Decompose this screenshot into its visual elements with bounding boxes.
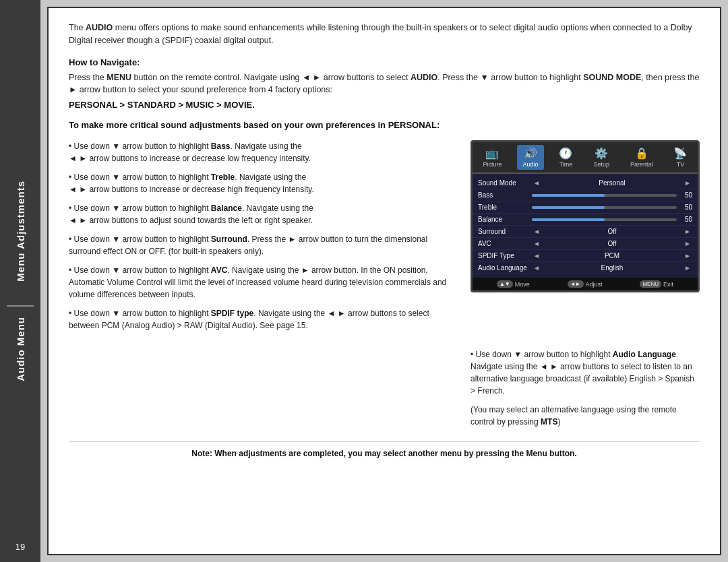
tv-num-balance: 50 (679, 216, 692, 223)
tv-slider-fill-bass (532, 194, 605, 197)
note-bottom: Note: When adjustments are completed, yo… (69, 441, 700, 458)
tv-nav-setup-label: Setup (593, 161, 609, 168)
tv-value-spdif: PCM (541, 252, 683, 259)
tv-nav-parental-label: Parental (630, 161, 653, 168)
navigate-text: Press the MENU button on the remote cont… (69, 71, 700, 97)
bullet-balance: • Use down ▼ arrow button to highlight B… (69, 202, 457, 226)
tv-btn-move: ▲▼ (497, 280, 513, 288)
sidebar-label-top: Menu Adjustments (15, 181, 26, 282)
tv-value-sound-mode: Personal (541, 179, 683, 187)
audio-icon: 🔊 (524, 147, 537, 160)
tv-arrow-right-sound: ► (684, 179, 691, 187)
tv-bottom-move-label: Move (515, 281, 530, 288)
tv-slider-bar-bass (532, 194, 677, 197)
parental-icon: 🔒 (635, 147, 648, 160)
tv-label-sound-mode: Sound Mode (478, 179, 532, 187)
tv-bottom-exit: MENU Exit (640, 280, 673, 288)
how-to-navigate-heading: How to Navigate: (69, 57, 700, 67)
tv-bottom-adjust-label: Adjust (586, 281, 603, 288)
tv-arrow-left-surround: ◄ (533, 228, 540, 235)
tv-label-spdif: SPDIF Type (478, 252, 532, 259)
tv-top-nav: 📺 Picture 🔊 Audio 🕐 Time ⚙️ Setup (473, 142, 698, 174)
tv-row-treble: Treble 50 (473, 201, 698, 214)
tv-bottom-exit-label: Exit (663, 281, 673, 288)
tv-slider-bass: 50 (532, 191, 692, 199)
bullet-spdif: • Use down ▼ arrow button to highlight S… (69, 307, 457, 332)
main-content: The AUDIO menu offers options to make so… (47, 7, 721, 555)
tv-row-surround: Surround ◄ Off ► (473, 226, 698, 238)
tv-num-bass: 50 (679, 191, 692, 199)
tv-label-surround: Surround (478, 228, 532, 235)
tv-bottom-adjust: ◄► Adjust (568, 280, 603, 288)
tv-arrow-left-avc: ◄ (533, 240, 540, 247)
tv-row-spdif: SPDIF Type ◄ PCM ► (473, 250, 698, 262)
bullet-bass: • Use down ▼ arrow button to highlight B… (69, 140, 457, 164)
tv-label-treble: Treble (478, 204, 532, 211)
tv-nav-parental: 🔒 Parental (625, 145, 659, 170)
tv-label-balance: Balance (478, 216, 532, 223)
tv-bottom-move: ▲▼ Move (497, 280, 530, 288)
tv-arrow-left-lang: ◄ (533, 264, 540, 272)
tv-slider-treble: 50 (532, 204, 692, 211)
tv-nav-tv-label: TV (677, 161, 685, 168)
bottom-left (69, 348, 457, 435)
tv-arrow-right-surround: ► (684, 228, 691, 235)
bottom-two-col: • Use down ▼ arrow button to highlight A… (69, 348, 700, 435)
tv-screenshot: 📺 Picture 🔊 Audio 🕐 Time ⚙️ Setup (471, 140, 700, 292)
right-column: 📺 Picture 🔊 Audio 🕐 Time ⚙️ Setup (471, 140, 700, 338)
tv-menu-body: Sound Mode ◄ Personal ► Bass 50 (473, 174, 698, 278)
tv-value-avc: Off (541, 240, 683, 247)
tv-label-avc: AVC (478, 240, 532, 247)
tv-row-avc: AVC ◄ Off ► (473, 238, 698, 250)
section-header: To make more critical sound adjustments … (69, 120, 700, 130)
bullet-treble: • Use down ▼ arrow button to highlight T… (69, 171, 457, 195)
bullet-mts: (You may select an alternative language … (471, 404, 700, 428)
left-column: • Use down ▼ arrow button to highlight B… (69, 140, 457, 338)
sidebar-divider (7, 305, 34, 307)
tv-label-bass: Bass (478, 191, 532, 199)
bullet-surround: • Use down ▼ arrow button to highlight S… (69, 233, 457, 257)
two-column-layout: • Use down ▼ arrow button to highlight B… (69, 140, 700, 338)
tv-nav-time-label: Time (559, 161, 573, 168)
picture-icon: 📺 (485, 147, 499, 160)
sidebar-label-bottom: Audio Menu (15, 317, 26, 381)
tv-nav-audio-label: Audio (522, 161, 538, 168)
tv-nav-picture: 📺 Picture (477, 145, 507, 170)
tv-nav-time: 🕐 Time (553, 145, 578, 170)
bullet-avc: • Use down ▼ arrow button to highlight A… (69, 264, 457, 301)
tv-slider-bar-balance (532, 218, 677, 221)
sidebar: Menu Adjustments Audio Menu 19 (0, 0, 40, 562)
tv-nav-setup: ⚙️ Setup (588, 145, 615, 170)
tv-row-bass: Bass 50 (473, 189, 698, 201)
tv-nav-picture-label: Picture (483, 161, 502, 168)
tv-row-sound-mode: Sound Mode ◄ Personal ► (473, 177, 698, 189)
tv-btn-exit: MENU (640, 280, 661, 288)
tv-arrow-right-spdif: ► (684, 252, 691, 259)
tv-btn-adjust: ◄► (568, 280, 584, 288)
tv-nav-audio: 🔊 Audio (517, 145, 543, 170)
tv-slider-balance: 50 (532, 216, 692, 223)
tv-label-audio-language: Audio Language (478, 264, 532, 272)
tv-value-audio-language: English (541, 264, 683, 272)
page-number: 19 (16, 542, 25, 552)
tv-num-treble: 50 (679, 204, 692, 211)
intro-paragraph: The AUDIO menu offers options to make so… (69, 22, 700, 47)
tv-row-balance: Balance 50 (473, 214, 698, 226)
tv-slider-bar-treble (532, 206, 677, 209)
bullet-audio-language: • Use down ▼ arrow button to highlight A… (471, 348, 700, 397)
personal-line: PERSONAL > STANDARD > MUSIC > MOVIE. (69, 100, 700, 110)
tv-nav-tv: 📡 TV (668, 145, 692, 170)
tv-arrow-right-avc: ► (684, 240, 691, 247)
tv-slider-fill-balance (532, 218, 605, 221)
tv-slider-fill-treble (532, 206, 605, 209)
bottom-right: • Use down ▼ arrow button to highlight A… (471, 348, 700, 435)
tv-row-audio-language: Audio Language ◄ English ► (473, 262, 698, 274)
tv-icon: 📡 (673, 147, 687, 160)
tv-arrow-left-spdif: ◄ (533, 252, 540, 259)
tv-value-surround: Off (541, 228, 683, 235)
setup-icon: ⚙️ (595, 147, 608, 160)
tv-bottom-bar: ▲▼ Move ◄► Adjust MENU Exit (473, 278, 698, 290)
time-icon: 🕐 (559, 147, 572, 160)
tv-arrow-left-sound: ◄ (533, 179, 540, 187)
tv-arrow-right-lang: ► (684, 264, 691, 272)
